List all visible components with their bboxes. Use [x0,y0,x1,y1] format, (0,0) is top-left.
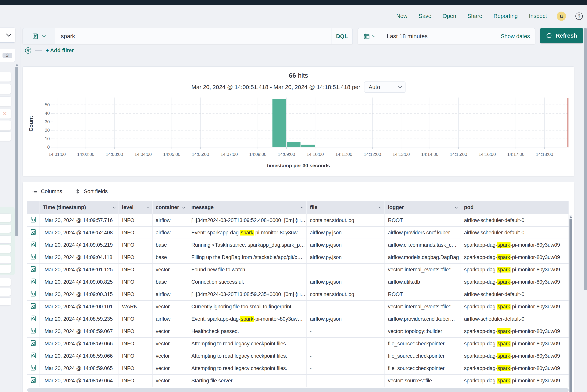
inspect-document-button[interactable] [30,328,36,334]
columns-button[interactable]: Columns [32,188,62,194]
cell-file: - [306,325,385,338]
inspect-document-button[interactable] [30,216,36,223]
field-item-card[interactable] [0,288,11,296]
inspect-cell [27,300,40,313]
cell-container: vector [152,362,188,374]
search-input[interactable] [55,28,331,44]
cell-level: WARN [119,300,152,313]
inspect-document-button[interactable] [30,266,36,272]
cell-container: airflow [152,313,188,325]
column-header-level[interactable]: level [119,201,152,214]
column-header-file[interactable]: file [306,201,385,214]
cell-time: Mar 20, 2024 @ 14:08:59.235 [40,313,119,325]
page-scrollbar[interactable] [584,28,586,290]
nav-share[interactable]: Share [467,13,482,19]
cell-level: INFO [119,214,152,226]
cell-message: Running <TaskInstance: sparkapp_dag.spar… [188,239,306,251]
inspect-document-button[interactable] [30,241,36,248]
inspect-cell [27,251,40,264]
nav-inspect[interactable]: Inspect [529,13,547,19]
table-row: Mar 20, 2024 @ 14:09:00.825INFObaseConne… [27,276,569,288]
inspect-cell [27,226,40,239]
svg-text:14:04:00: 14:04:00 [134,152,152,157]
add-filter-button[interactable]: + Add filter [46,48,74,54]
svg-text:14:17:00: 14:17:00 [507,152,524,157]
help-icon[interactable]: ? [576,12,583,20]
chevron-down-icon [398,85,402,89]
inspect-document-button[interactable] [30,315,36,322]
interval-select[interactable]: Auto [364,82,406,93]
inspect-document-icon [30,278,36,285]
field-item-card[interactable] [0,256,11,264]
inspect-document-button[interactable] [30,290,36,297]
field-item-card[interactable] [0,96,11,106]
cell-message: Starting file server. [188,374,306,387]
refresh-button[interactable]: Refresh [540,28,583,43]
cell-message: [□[34m2024-03-20T13:09:52.408+0000□[0m] … [188,214,306,226]
remove-field-icon[interactable]: ✕ [2,111,7,116]
column-label: container [156,204,179,210]
field-item-card[interactable] [0,120,11,130]
column-header-container[interactable]: container [152,201,188,214]
inspect-document-button[interactable] [30,303,36,309]
cell-container: base [152,239,188,251]
sidebar-scroll-up-arrow[interactable] [16,64,18,66]
sidebar-scrollbar[interactable] [16,67,18,236]
field-item-card[interactable] [0,264,11,273]
column-header-logger[interactable]: logger [385,201,461,214]
field-item-card[interactable] [0,297,11,306]
inspect-document-button[interactable] [30,377,36,383]
svg-text:14:14:00: 14:14:00 [421,152,438,157]
column-label: file [310,204,318,210]
inspect-document-button[interactable] [30,229,36,235]
show-dates-button[interactable]: Show dates [501,33,535,40]
svg-text:14:11:00: 14:11:00 [335,152,352,157]
inspect-cell [27,239,40,251]
sidebar-collapse-button[interactable] [0,28,16,42]
column-header-time[interactable]: Time (timestamp) [40,201,119,214]
table-horizontal-scrollbar[interactable] [27,388,569,392]
cell-level: INFO [119,350,152,362]
inspect-document-button[interactable] [30,352,36,359]
selected-fields-count-card[interactable]: 3 [0,49,16,62]
cell-time: Mar 20, 2024 @ 14:09:57.716 [40,214,119,226]
column-header-message[interactable]: message [188,201,306,214]
field-item-card[interactable] [0,214,11,222]
table-vertical-scrollbar[interactable] [570,215,572,392]
inspect-document-button[interactable] [30,254,36,260]
sort-fields-button[interactable]: Sort fields [75,188,108,194]
table-row: Mar 20, 2024 @ 14:09:05.219INFObaseRunni… [27,239,569,251]
time-range-value[interactable]: Last 18 minutes [381,33,428,40]
inspect-document-button[interactable] [30,364,36,371]
date-picker-menu-button[interactable] [358,28,381,44]
scroll-up-arrow[interactable] [570,216,572,218]
column-header-pod[interactable]: pod [461,201,569,214]
field-item-card[interactable] [0,132,11,141]
nav-open[interactable]: Open [442,13,456,19]
svg-text:14:07:00: 14:07:00 [220,152,238,157]
table-row: Mar 20, 2024 @ 14:09:00.315INFOairflow[□… [27,288,569,300]
avatar[interactable]: a [557,12,566,21]
field-item-card[interactable] [0,236,11,244]
nav-new[interactable]: New [396,13,408,19]
saved-query-menu-button[interactable] [23,28,55,44]
nav-reporting[interactable]: Reporting [494,13,518,19]
nav-save[interactable]: Save [418,13,431,19]
query-language-button[interactable]: DQL [331,28,352,44]
field-item-card[interactable] [0,278,11,286]
field-item-card[interactable] [0,84,11,94]
results-table-panel: Columns Sort fields Time (timestamp)leve… [22,182,574,392]
table-scrollbar-thumb[interactable] [570,219,572,392]
field-item-card[interactable] [0,224,11,233]
cell-container: base [152,276,188,288]
inspect-document-icon [30,377,36,383]
field-item-card[interactable] [0,245,11,253]
field-item-card[interactable]: ✕ [0,109,11,119]
inspect-document-button[interactable] [30,278,36,285]
filter-icon[interactable] [24,47,32,54]
cell-logger: file_source::checkpointer [385,362,461,374]
field-item-card[interactable] [0,72,11,82]
cell-pod: sparkapp-dag-spark-pi-monitor-80y3uw09 [461,251,569,264]
chevron-down-icon [146,206,150,210]
inspect-document-button[interactable] [30,340,36,346]
